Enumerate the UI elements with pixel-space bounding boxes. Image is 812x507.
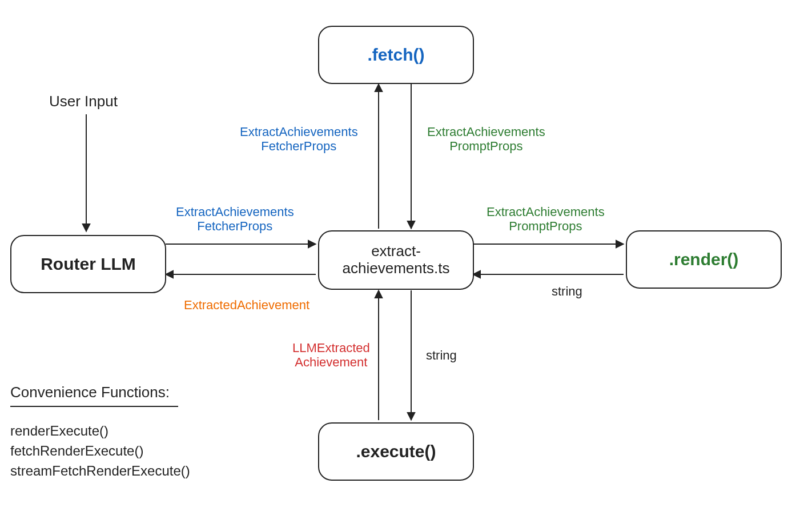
label-left-bottom: ExtractedAchievement bbox=[184, 298, 309, 312]
node-fetch: .fetch() bbox=[318, 26, 474, 84]
node-render: .render() bbox=[626, 230, 782, 289]
footer-fn3: streamFetchRenderExecute() bbox=[10, 463, 190, 479]
label-top-left: ExtractAchievements FetcherProps bbox=[240, 125, 358, 154]
node-center-line2: achievements.ts bbox=[343, 260, 450, 277]
footer-fn1: renderExecute() bbox=[10, 423, 108, 439]
node-fetch-label: .fetch() bbox=[368, 45, 425, 65]
footer-title: Convenience Functions: bbox=[10, 384, 170, 401]
label-right-bottom: string bbox=[552, 284, 582, 298]
node-render-label: .render() bbox=[669, 250, 739, 270]
label-bottom-left: LLMExtracted Achievement bbox=[292, 341, 370, 370]
label-right-top: ExtractAchievements PromptProps bbox=[487, 205, 605, 234]
label-left-top: ExtractAchievements FetcherProps bbox=[176, 205, 294, 234]
footer-fn2: fetchRenderExecute() bbox=[10, 443, 143, 459]
label-top-right: ExtractAchievements PromptProps bbox=[427, 125, 545, 154]
label-bottom-right: string bbox=[426, 348, 457, 362]
node-router: Router LLM bbox=[10, 235, 166, 293]
node-execute-label: .execute() bbox=[356, 442, 436, 462]
node-center-line1: extract- bbox=[371, 242, 421, 260]
node-execute: .execute() bbox=[318, 422, 474, 481]
node-center-label: extract- achievements.ts bbox=[343, 243, 450, 277]
node-center: extract- achievements.ts bbox=[318, 230, 474, 290]
footer-underline bbox=[10, 406, 178, 407]
label-user-input: User Input bbox=[49, 93, 118, 110]
node-router-label: Router LLM bbox=[41, 254, 136, 274]
